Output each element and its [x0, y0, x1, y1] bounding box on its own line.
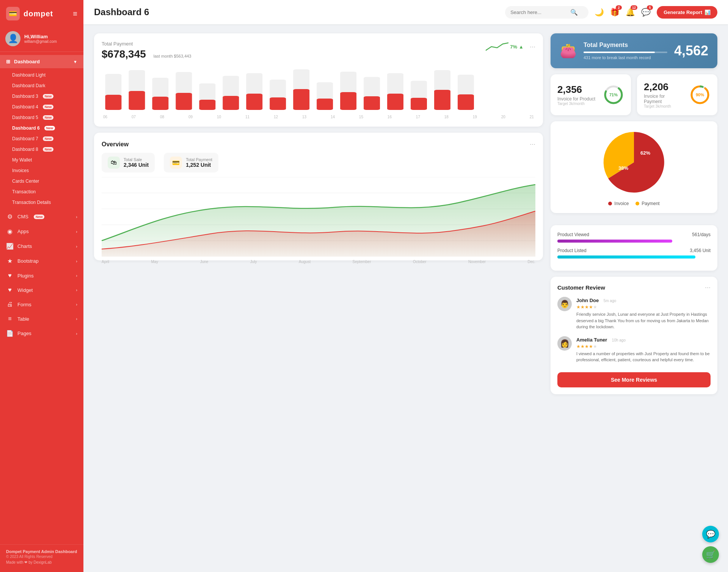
sidebar-item-dashboard-5[interactable]: Dashboard 5New — [0, 112, 83, 123]
invoice-legend-label: Invoice — [614, 201, 629, 206]
sidebar-logo: 💳 dompet ≡ — [0, 0, 83, 27]
total-sale-stat: 🛍 Total Sale 2,346 Unit — [102, 153, 155, 172]
overview-header: Overview ··· — [102, 140, 535, 148]
see-more-reviews-button[interactable]: See More Reviews — [557, 372, 711, 387]
x-label: November — [468, 260, 486, 264]
logo-icon: 💳 — [6, 7, 20, 20]
sidebar-item-dashboard-7[interactable]: Dashboard 7New — [0, 133, 83, 144]
generate-report-button[interactable]: Generate Report 📊 — [657, 6, 717, 19]
sidebar-item-transaction[interactable]: Transaction — [0, 186, 83, 197]
svg-rect-25 — [387, 94, 403, 110]
svg-rect-1 — [105, 95, 122, 110]
sidebar-item-my-wallet[interactable]: My Wallet — [0, 155, 83, 165]
invoice-payment-info: 2,206 Invoice for Payment Target 3k/mont… — [644, 81, 684, 108]
badge-new: New — [43, 105, 54, 109]
review-body-2: Amelia Tuner 10h ago ★★★★★ I viewed a nu… — [576, 336, 711, 363]
hamburger-icon[interactable]: ≡ — [73, 9, 77, 18]
sidebar-item-widget[interactable]: ♥ Widget › — [0, 283, 83, 297]
sidebar-item-dashboard-6[interactable]: Dashboard 6New — [0, 123, 83, 133]
sidebar-dashboard-btn[interactable]: ⊞ Dashboard ▼ — [0, 55, 83, 68]
product-listed-bar — [557, 255, 695, 259]
dashboard-submenu: Dashboard Light Dashboard Dark Dashboard… — [0, 69, 83, 209]
generate-report-label: Generate Report — [664, 9, 702, 15]
reviewer-name-1: John Doe — [576, 298, 599, 303]
sidebar-item-apps[interactable]: ◉ Apps › — [0, 224, 83, 239]
support-fab[interactable]: 💬 — [702, 526, 719, 542]
review-stars-2: ★★★★★ — [576, 344, 711, 349]
sidebar-item-invoices[interactable]: Invoices — [0, 165, 83, 176]
payment-icon: 💳 — [170, 157, 182, 169]
sidebar-item-table[interactable]: ≡ Table › — [0, 312, 83, 326]
total-payment-header: Total Payment $678,345 last month $563,4… — [102, 41, 535, 60]
user-email: william@gmail.com — [24, 39, 57, 44]
reviewer-avatar-2: 👩 — [557, 336, 572, 351]
moon-toggle[interactable]: 🌙 — [595, 8, 604, 17]
cart-fab[interactable]: 🛒 — [702, 546, 719, 563]
product-stats-card: Product Viewed 561/days Product Listed 3… — [551, 225, 717, 271]
moon-icon: 🌙 — [595, 8, 604, 16]
chevron-right-icon: › — [76, 273, 77, 278]
overview-more-icon[interactable]: ··· — [530, 140, 535, 148]
svg-rect-13 — [246, 94, 262, 110]
overview-title: Overview — [102, 141, 129, 148]
bar-label: 20 — [501, 115, 505, 119]
product-listed-label: Product Listed — [557, 248, 587, 253]
legend-invoice: Invoice — [608, 201, 629, 206]
chat-icon-wrap[interactable]: 💬 5 — [641, 8, 651, 17]
forms-icon: 🖨 — [6, 301, 14, 308]
review-time-2: 10h ago — [612, 338, 626, 342]
sidebar-item-dashboard-4[interactable]: Dashboard 4New — [0, 102, 83, 112]
reviewer-name-2: Amelia Tuner — [576, 337, 607, 343]
pie-chart-card: 38% 62% Invoice Payment — [551, 121, 717, 213]
invoice-row: 2,356 Invoice for Product Target 3k/mont… — [551, 74, 717, 115]
bell-icon-wrap[interactable]: 🔔 12 — [626, 8, 635, 17]
invoice-product-target: Target 3k/month — [557, 102, 595, 106]
chevron-right-icon: › — [76, 302, 77, 307]
overview-stats: 🛍 Total Sale 2,346 Unit 💳 Total Payment … — [102, 153, 535, 172]
reviewer-avatar-1: 👨 — [557, 297, 572, 311]
bar-label: 13 — [302, 115, 306, 119]
cart-icon: 🛒 — [706, 550, 715, 559]
apps-icon: ◉ — [6, 228, 14, 235]
badge-new: New — [43, 94, 54, 99]
blue-card-info: Total Payments 431 more to break last mo… — [584, 42, 667, 60]
chevron-right-icon: › — [76, 244, 77, 249]
bar-label: 17 — [416, 115, 420, 119]
x-label: Dec. — [527, 260, 535, 264]
sidebar-item-dashboard-8[interactable]: Dashboard 8New — [0, 144, 83, 155]
bar-label: 19 — [473, 115, 477, 119]
blue-card-sub: 431 more to break last month record — [584, 55, 667, 60]
sidebar-item-bootstrap[interactable]: ★ Bootstrap › — [0, 254, 83, 268]
trend-indicator: 7% ▲ — [486, 41, 524, 52]
sidebar-item-cards-center[interactable]: Cards Center — [0, 176, 83, 186]
pages-icon: 📄 — [6, 330, 14, 337]
chevron-right-icon: › — [76, 288, 77, 292]
sidebar-item-cms[interactable]: ⚙ CMS New › — [0, 209, 83, 224]
product-viewed-row: Product Viewed 561/days — [557, 232, 711, 243]
blue-card-progress-bar — [584, 52, 667, 53]
invoice-payment-card: 2,206 Invoice for Payment Target 3k/mont… — [637, 74, 717, 115]
customer-review-card: Customer Review ··· 👨 John Doe 5m ago ★★… — [551, 277, 717, 394]
more-options-icon[interactable]: ··· — [530, 43, 535, 51]
bar-label: 21 — [530, 115, 534, 119]
chevron-down-icon: ▼ — [73, 60, 77, 64]
review-more-icon[interactable]: ··· — [705, 284, 711, 291]
x-label: August — [299, 260, 311, 264]
sidebar-item-forms[interactable]: 🖨 Forms › — [0, 297, 83, 312]
svg-rect-29 — [434, 90, 450, 110]
review-text-2: I viewed a number of properties with Jus… — [576, 351, 711, 363]
sidebar-item-charts[interactable]: 📈 Charts › — [0, 239, 83, 254]
sidebar-item-dashboard-light[interactable]: Dashboard Light — [0, 70, 83, 80]
search-box[interactable]: 🔍 — [505, 6, 588, 19]
sidebar-item-dashboard-3[interactable]: Dashboard 3New — [0, 91, 83, 102]
badge-new: New — [34, 215, 45, 219]
sidebar-item-transaction-details[interactable]: Transaction Details — [0, 197, 83, 208]
donut-payment: 90% — [689, 84, 711, 105]
sidebar-item-dashboard-dark[interactable]: Dashboard Dark — [0, 80, 83, 91]
sidebar-item-plugins[interactable]: ♥ Plugins › — [0, 268, 83, 283]
payment-legend-dot — [635, 202, 639, 205]
sidebar-item-pages[interactable]: 📄 Pages › — [0, 326, 83, 341]
payment-legend-label: Payment — [642, 201, 659, 206]
gift-icon-wrap[interactable]: 🎁 2 — [610, 8, 620, 17]
search-input[interactable] — [510, 9, 567, 15]
